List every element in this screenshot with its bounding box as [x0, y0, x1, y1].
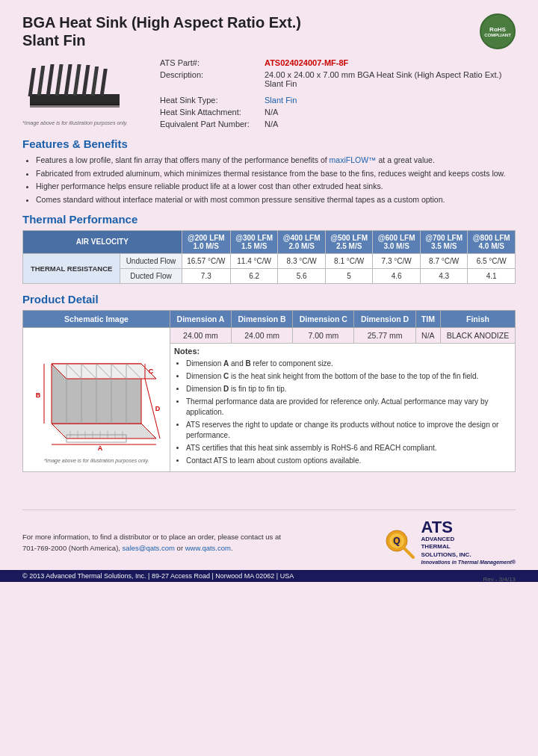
svg-text:D: D	[155, 405, 161, 412]
detail-header-row: Schematic Image Dimension A Dimension B …	[23, 310, 516, 327]
data-cell: 7.3	[182, 268, 230, 283]
ats-text-logo: ATS ADVANCED THERMAL SOLUTIONS, INC. Inn…	[421, 519, 516, 566]
data-cell: 6.2	[230, 268, 278, 283]
svg-marker-11	[52, 424, 156, 439]
footer-contact: For more information, to find a distribu…	[22, 531, 281, 554]
svg-rect-7	[82, 65, 90, 96]
footer-divider	[22, 509, 516, 510]
part-number: ATS024024007-MF-8F	[262, 57, 516, 69]
features-header: Features & Benefits	[22, 137, 516, 150]
schematic-caption: *Image above is for illustration purpose…	[29, 458, 164, 463]
dim-d-header: Dimension D	[354, 310, 415, 327]
list-item: Higher performance helps ensure reliable…	[36, 181, 516, 192]
dimension-row: A B C D	[23, 327, 516, 343]
col-500: @500 LFM2.5 M/S	[325, 230, 373, 253]
list-item: Thermal performance data are provided fo…	[186, 397, 511, 418]
description-row: Description: 24.00 x 24.00 x 7.00 mm BGA…	[157, 69, 516, 90]
header: BGA Heat Sink (High Aspect Ratio Ext.) S…	[22, 13, 516, 49]
list-item: Comes standard without interface materia…	[36, 194, 516, 205]
col-800: @800 LFM4.0 M/S	[468, 230, 516, 253]
ats-tagline: Innovations in Thermal Management®	[421, 559, 516, 566]
notes-list: Dimension A and B refer to component siz…	[186, 359, 511, 466]
svg-line-44	[404, 548, 413, 557]
dim-a-header: Dimension A	[170, 310, 232, 327]
svg-text:Q: Q	[394, 536, 401, 546]
list-item: Dimension D is fin tip to fin tip.	[186, 384, 511, 394]
data-cell: 4.6	[373, 268, 421, 283]
type-row: Heat Sink Type: Slant Fin	[157, 94, 516, 106]
thermal-header-row: AIR VELOCITY @200 LFM1.0 M/S @300 LFM1.5…	[23, 230, 516, 253]
tim-value: N/A	[415, 327, 440, 343]
part-label: ATS Part#:	[157, 57, 262, 69]
equiv-value: N/A	[262, 118, 516, 130]
schematic-cell: A B C D	[23, 327, 170, 471]
svg-rect-6	[73, 64, 81, 96]
equiv-label: Equivalent Part Number:	[157, 118, 262, 130]
col-600: @600 LFM3.0 M/S	[373, 230, 421, 253]
svg-text:A: A	[98, 444, 103, 452]
title-block: BGA Heat Sink (High Aspect Ratio Ext.) S…	[22, 13, 301, 49]
data-cell: 8.7 °C/W	[420, 253, 468, 268]
attachment-row: Heat Sink Attachment: N/A	[157, 106, 516, 118]
dim-a-value: 24.00 mm	[170, 327, 232, 343]
col-400: @400 LFM2.0 M/S	[278, 230, 326, 253]
data-cell: 5	[325, 268, 373, 283]
list-item: Dimension C is the heat sink height from…	[186, 371, 511, 382]
data-cell: 8.3 °C/W	[278, 253, 326, 268]
type-label: Heat Sink Type:	[157, 94, 262, 106]
list-item: Fabricated from extruded aluminum, which…	[36, 168, 516, 179]
maxiflow-link[interactable]: maxiFLOW™	[330, 155, 377, 164]
attachment-label: Heat Sink Attachment:	[157, 106, 262, 118]
image-caption: *Image above is for illustration purpose…	[22, 120, 142, 126]
svg-text:B: B	[36, 391, 41, 399]
heatsink-image	[22, 57, 127, 117]
data-cell: 5.6	[278, 268, 326, 283]
footer: For more information, to find a distribu…	[22, 516, 516, 566]
dim-b-value: 24.00 mm	[231, 327, 292, 343]
part-number-link[interactable]: ATS024024007-MF-8F	[265, 58, 348, 67]
product-details: ATS Part#: ATS024024007-MF-8F Descriptio…	[157, 57, 516, 130]
dim-c-header: Dimension C	[293, 310, 354, 327]
data-cell: 6.5 °C/W	[468, 253, 516, 268]
rohs-badge: RoHS COMPLIANT	[480, 13, 516, 49]
list-item: Dimension A and B refer to component siz…	[186, 359, 511, 369]
footer-logo: Q ATS ADVANCED THERMAL SOLUTIONS, INC. I…	[383, 519, 516, 566]
svg-rect-9	[100, 69, 108, 96]
features-list: Features a low profile, slant fin array …	[36, 155, 516, 205]
data-cell: 11.4 °C/W	[230, 253, 278, 268]
unducted-label: Unducted Flow	[120, 253, 182, 268]
data-cell: 4.1	[468, 268, 516, 283]
data-cell: 8.1 °C/W	[325, 253, 373, 268]
schematic-header: Schematic Image	[23, 310, 170, 327]
description-value: 24.00 x 24.00 x 7.00 mm BGA Heat Sink (H…	[262, 69, 516, 90]
ats-q-icon: Q	[383, 526, 416, 559]
list-item: Contact ATS to learn about custom option…	[186, 456, 511, 466]
product-image-block: *Image above is for illustration purpose…	[22, 57, 142, 130]
data-cell: 7.3 °C/W	[373, 253, 421, 268]
thermal-resistance-label: THERMAL RESISTANCE	[23, 253, 120, 283]
svg-rect-8	[91, 66, 99, 96]
product-info: *Image above is for illustration purpose…	[22, 57, 516, 130]
notes-label: Notes:	[174, 347, 200, 356]
svg-rect-2	[37, 66, 46, 96]
email-link[interactable]: sales@qats.com	[123, 544, 175, 552]
dim-b-header: Dimension B	[231, 310, 292, 327]
attachment-value: N/A	[262, 106, 516, 118]
part-number-row: ATS Part#: ATS024024007-MF-8F	[157, 57, 516, 69]
thermal-table: AIR VELOCITY @200 LFM1.0 M/S @300 LFM1.5…	[22, 230, 516, 284]
air-velocity-header: AIR VELOCITY	[23, 230, 182, 253]
data-cell: 16.57 °C/W	[182, 253, 230, 268]
type-link[interactable]: Slant Fin	[265, 96, 297, 105]
thermal-header: Thermal Performance	[22, 213, 516, 226]
data-cell: 4.3	[420, 268, 468, 283]
unducted-row: THERMAL RESISTANCE Unducted Flow 16.57 °…	[23, 253, 516, 268]
copyright-text: © 2013 Advanced Thermal Solutions, Inc. …	[22, 572, 294, 580]
svg-rect-1	[28, 68, 36, 96]
list-item: Features a low profile, slant fin array …	[36, 155, 516, 166]
finish-header: Finish	[440, 310, 515, 327]
schematic-drawing: A B C D	[29, 334, 164, 453]
ats-logo: Q ATS ADVANCED THERMAL SOLUTIONS, INC. I…	[383, 519, 516, 566]
website-link[interactable]: www.qats.com	[185, 544, 231, 552]
dim-d-value: 25.77 mm	[354, 327, 415, 343]
detail-table: ATS Part#: ATS024024007-MF-8F Descriptio…	[157, 57, 516, 130]
